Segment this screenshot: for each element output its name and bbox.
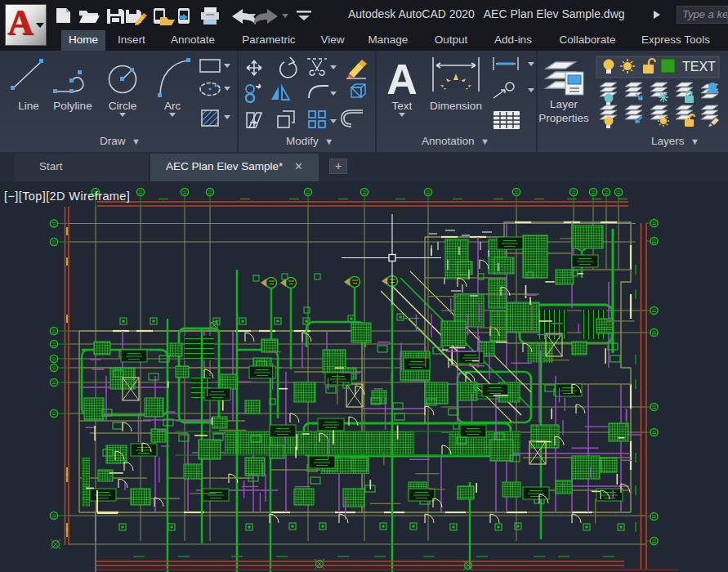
svg-text:Layer: Layer xyxy=(550,98,578,110)
svg-text:Properties: Properties xyxy=(538,112,589,124)
svg-text:Text: Text xyxy=(392,100,413,112)
svg-text:Dimension: Dimension xyxy=(430,100,482,112)
svg-text:Polyline: Polyline xyxy=(53,100,92,112)
svg-text:Arc: Arc xyxy=(164,100,181,112)
svg-text:Line: Line xyxy=(18,100,39,112)
svg-text:TEXT: TEXT xyxy=(682,60,716,74)
svg-text:A: A xyxy=(386,56,418,103)
svg-text:Circle: Circle xyxy=(109,100,137,112)
